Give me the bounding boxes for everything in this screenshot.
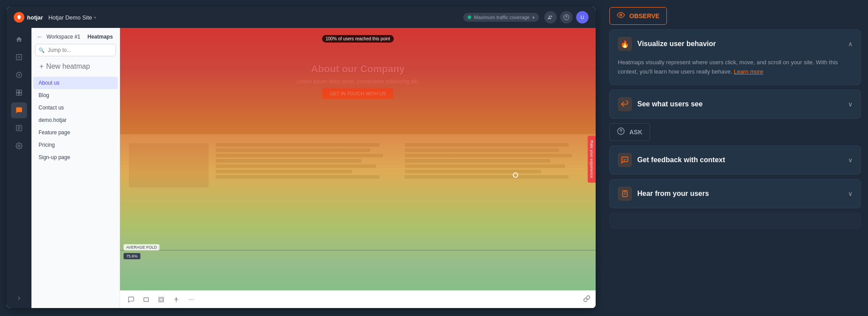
svg-marker-5 bbox=[19, 74, 20, 76]
sidebar-item-pricing[interactable]: Pricing bbox=[33, 139, 118, 151]
traffic-chevron-icon: ▾ bbox=[532, 15, 535, 20]
ask-label: ASK bbox=[629, 129, 643, 136]
svg-rect-9 bbox=[19, 93, 22, 95]
svg-point-18 bbox=[193, 299, 194, 300]
bottom-toolbar bbox=[120, 290, 596, 308]
svg-point-1 bbox=[566, 18, 566, 19]
average-fold-label: AVERAGE FOLD bbox=[124, 244, 159, 250]
nav-recordings-icon[interactable] bbox=[11, 67, 27, 83]
new-heatmap-button[interactable]: + New heatmap bbox=[35, 60, 116, 73]
sidebar-item-contact-us[interactable]: Contact us bbox=[33, 101, 118, 114]
hear-clipboard-icon bbox=[618, 187, 632, 201]
svg-point-16 bbox=[189, 299, 190, 300]
main-panel: hotjar Hotjar Demo Site ▾ Maximum traffi… bbox=[0, 0, 602, 316]
see-chevron-icon: ∨ bbox=[848, 101, 852, 108]
accordion-visualize: 🔥 Visualize user behavior ∧ Heatmaps vis… bbox=[609, 29, 861, 85]
heatmap-overlay bbox=[120, 28, 596, 290]
nav-home-icon[interactable] bbox=[11, 31, 27, 47]
ask-question-icon bbox=[617, 127, 625, 137]
percentage-badge: 75.6% bbox=[124, 253, 140, 259]
fire-icon: 🔥 bbox=[618, 37, 632, 51]
feedback-title: Get feedback with context bbox=[637, 156, 843, 164]
see-title: See what users see bbox=[637, 100, 843, 108]
nav-dashboard-icon[interactable] bbox=[11, 85, 27, 101]
svg-rect-14 bbox=[160, 298, 163, 301]
svg-point-21 bbox=[620, 133, 621, 133]
sidebar-item-feature-page[interactable]: Feature page bbox=[33, 126, 118, 139]
site-name[interactable]: Hotjar Demo Site ▾ bbox=[48, 14, 96, 21]
svg-rect-8 bbox=[16, 93, 19, 95]
sidebar-item-signup-page[interactable]: Sign-up page bbox=[33, 151, 118, 164]
user-avatar[interactable]: U bbox=[576, 11, 589, 23]
hear-title: Hear from your users bbox=[637, 190, 843, 198]
sidebar-item-about-us[interactable]: About us bbox=[33, 77, 118, 89]
site-chevron-icon: ▾ bbox=[94, 15, 96, 20]
sidebar-item-blog[interactable]: Blog bbox=[33, 89, 118, 101]
plus-icon: + bbox=[39, 62, 43, 70]
svg-point-11 bbox=[18, 145, 20, 147]
visualize-title: Visualize user behavior bbox=[637, 40, 843, 48]
add-user-icon[interactable] bbox=[544, 11, 557, 23]
feedback-bar[interactable]: Rate your experience bbox=[588, 136, 596, 183]
top-bar-icons: U bbox=[544, 11, 589, 23]
brand-name: hotjar bbox=[27, 14, 43, 21]
svg-rect-7 bbox=[19, 90, 22, 92]
main-content: About our Company Lorem ipsum dolor amet… bbox=[120, 28, 596, 308]
search-box: 🔍 bbox=[35, 44, 116, 56]
visualize-chevron-icon: ∧ bbox=[848, 40, 852, 47]
observe-eye-icon bbox=[617, 11, 625, 21]
accordion-see: See what users see ∨ bbox=[609, 90, 861, 119]
svg-rect-22 bbox=[623, 191, 628, 197]
heatmap-tooltip: 100% of users reached this point bbox=[322, 35, 394, 43]
back-arrow-icon[interactable]: ← bbox=[37, 33, 43, 40]
svg-point-19 bbox=[620, 14, 622, 16]
traffic-dot bbox=[468, 16, 471, 19]
nav-expand-icon[interactable] bbox=[11, 292, 27, 304]
heatmap-image: About our Company Lorem ipsum dolor amet… bbox=[120, 28, 596, 290]
breadcrumb-workspace: Workspace #1 bbox=[46, 34, 80, 40]
right-panel: OBSERVE 🔥 Visualize user behavior ∧ Heat… bbox=[602, 0, 868, 316]
svg-rect-13 bbox=[159, 297, 164, 302]
accordion-hear: Hear from your users ∨ bbox=[609, 179, 861, 208]
nav-heatmap-icon[interactable] bbox=[11, 49, 27, 65]
sidebar-item-demo-hotjar[interactable]: demo.hotjar bbox=[33, 114, 118, 126]
nav-settings-icon[interactable] bbox=[11, 138, 27, 154]
svg-point-3 bbox=[18, 56, 20, 58]
traffic-badge[interactable]: Maximum traffic coverage ▾ bbox=[463, 13, 539, 22]
accordion-feedback: Get feedback with context ∨ bbox=[609, 145, 861, 175]
anchor-button[interactable] bbox=[170, 294, 182, 305]
sidebar-header: ← Workspace #1 Heatmaps bbox=[31, 28, 120, 44]
sidebar: ← Workspace #1 Heatmaps 🔍 + New heatmap … bbox=[31, 28, 120, 308]
feedback-chat-icon bbox=[618, 153, 632, 167]
eye-replay-icon bbox=[618, 97, 632, 111]
svg-rect-12 bbox=[144, 297, 149, 301]
visualize-body: Heatmaps visually represent where users … bbox=[610, 58, 860, 85]
accordion-feedback-header[interactable]: Get feedback with context ∨ bbox=[610, 146, 860, 174]
fullscreen-button[interactable] bbox=[155, 294, 167, 305]
ask-tab[interactable]: ASK bbox=[609, 123, 650, 141]
breadcrumb-section: Heatmaps bbox=[87, 34, 112, 40]
left-nav bbox=[7, 28, 31, 308]
accordion-hear-header[interactable]: Hear from your users ∨ bbox=[610, 179, 860, 208]
hear-chevron-icon: ∨ bbox=[848, 190, 852, 197]
search-icon: 🔍 bbox=[39, 47, 45, 53]
hotjar-logo: hotjar bbox=[14, 12, 43, 23]
average-fold-line bbox=[120, 250, 596, 250]
question-icon[interactable] bbox=[560, 11, 573, 23]
svg-point-17 bbox=[191, 299, 192, 300]
feedback-chevron-icon: ∨ bbox=[848, 156, 852, 164]
more-options-button[interactable] bbox=[186, 294, 197, 305]
nav-surveys-icon[interactable] bbox=[11, 120, 27, 136]
sidebar-nav-items: About us Blog Contact us demo.hotjar Fea… bbox=[31, 77, 120, 308]
observe-tab[interactable]: OBSERVE bbox=[609, 7, 667, 25]
learn-more-link[interactable]: Learn more bbox=[734, 68, 763, 75]
comment-button[interactable] bbox=[125, 294, 137, 305]
accordion-see-header[interactable]: See what users see ∨ bbox=[610, 90, 860, 118]
search-input[interactable] bbox=[35, 44, 116, 56]
top-bar: hotjar Hotjar Demo Site ▾ Maximum traffi… bbox=[7, 7, 596, 28]
window-button[interactable] bbox=[140, 294, 152, 305]
link-icon[interactable] bbox=[583, 295, 590, 304]
nav-ask-icon[interactable] bbox=[11, 102, 27, 118]
app-window: hotjar Hotjar Demo Site ▾ Maximum traffi… bbox=[7, 7, 596, 308]
accordion-visualize-header[interactable]: 🔥 Visualize user behavior ∧ bbox=[610, 30, 860, 58]
